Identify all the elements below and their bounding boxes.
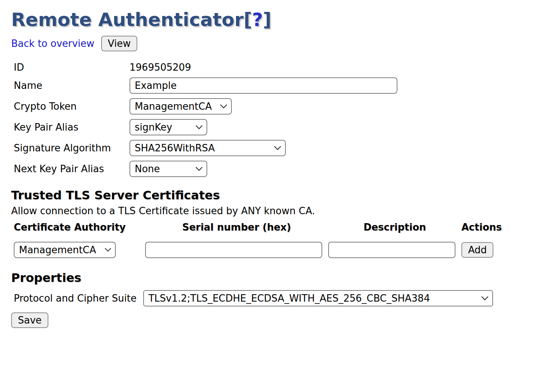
protocol-cipher-row: Protocol and Cipher Suite TLSv1.2;TLS_EC… <box>14 290 533 306</box>
crypto-token-selected-value: ManagementCA <box>135 101 212 112</box>
trusted-tls-description: Allow connection to a TLS Certificate is… <box>11 205 533 216</box>
view-button[interactable]: View <box>101 36 138 51</box>
chevron-down-icon <box>195 125 203 130</box>
next-key-pair-alias-select[interactable]: None <box>129 161 207 177</box>
signature-algorithm-label: Signature Algorithm <box>14 142 129 154</box>
page-title: Remote Authenticator[?] <box>11 9 533 30</box>
id-value: 1969505209 <box>129 62 533 73</box>
add-button[interactable]: Add <box>461 242 493 258</box>
table-row-cell: Add <box>461 242 493 258</box>
chevron-down-icon <box>220 104 227 109</box>
crypto-token-select[interactable]: ManagementCA <box>129 98 232 115</box>
chevron-down-icon <box>195 167 203 171</box>
next-key-pair-alias-selected-value: None <box>135 163 160 174</box>
page-title-text: Remote Authenticator[ <box>11 9 252 30</box>
chevron-down-icon <box>274 146 281 151</box>
column-header-certificate-authority: Certificate Authority <box>14 222 145 233</box>
crypto-token-label: Crypto Token <box>14 101 129 112</box>
certificate-authority-select[interactable]: ManagementCA <box>14 242 116 258</box>
protocol-cipher-label: Protocol and Cipher Suite <box>14 293 137 304</box>
signature-algorithm-select[interactable]: SHA256WithRSA <box>129 140 286 156</box>
table-row-cell <box>328 242 455 258</box>
back-to-overview-link[interactable]: Back to overview <box>11 38 95 49</box>
name-input[interactable] <box>129 77 397 94</box>
table-row-cell: ManagementCA <box>14 242 116 258</box>
page-title-bracket: ] <box>263 9 272 30</box>
chevron-down-icon <box>105 248 111 252</box>
nav-row: Back to overview View <box>11 36 533 51</box>
certificate-authority-selected-value: ManagementCA <box>19 244 96 256</box>
key-pair-alias-label: Key Pair Alias <box>14 122 129 133</box>
key-pair-alias-select[interactable]: signKey <box>129 119 207 135</box>
authenticator-form: ID 1969505209 Name Crypto Token Manageme… <box>14 62 533 177</box>
properties-heading: Properties <box>11 271 533 285</box>
name-label: Name <box>14 80 129 91</box>
protocol-cipher-selected-value: TLSv1.2;TLS_ECDHE_ECDSA_WITH_AES_256_CBC… <box>148 293 430 304</box>
trusted-tls-table: Certificate Authority Serial number (hex… <box>14 222 533 258</box>
chevron-down-icon <box>481 296 489 301</box>
description-input[interactable] <box>328 242 455 258</box>
column-header-serial-number: Serial number (hex) <box>145 222 328 233</box>
column-header-actions: Actions <box>461 222 533 233</box>
next-key-pair-alias-label: Next Key Pair Alias <box>14 163 129 174</box>
remote-authenticator-page: Remote Authenticator[?] Back to overview… <box>0 0 544 328</box>
trusted-tls-heading: Trusted TLS Server Certificates <box>11 188 533 202</box>
signature-algorithm-selected-value: SHA256WithRSA <box>135 142 215 154</box>
protocol-cipher-select[interactable]: TLSv1.2;TLS_ECDHE_ECDSA_WITH_AES_256_CBC… <box>143 290 493 306</box>
help-link[interactable]: ? <box>252 9 263 30</box>
id-label: ID <box>14 62 129 73</box>
serial-number-input[interactable] <box>145 242 322 258</box>
table-row-cell <box>145 242 322 258</box>
key-pair-alias-selected-value: signKey <box>135 122 172 133</box>
column-header-description: Description <box>328 222 461 233</box>
save-button[interactable]: Save <box>11 312 48 328</box>
